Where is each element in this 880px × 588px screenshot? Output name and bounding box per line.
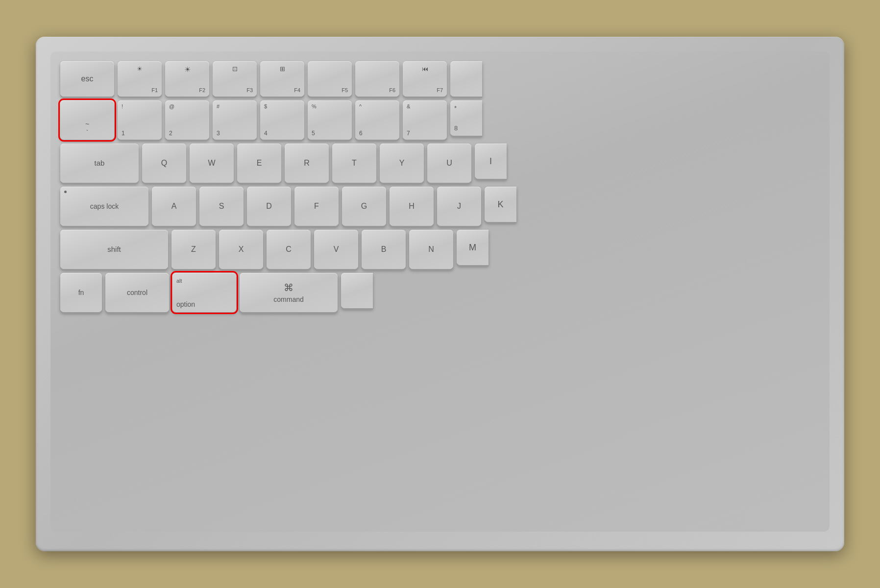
key-f6[interactable]: F6 [355,61,399,97]
key-f4[interactable]: ⊞ F4 [260,61,304,97]
key-d[interactable]: D [247,187,291,226]
key-b[interactable]: B [362,230,406,269]
key-f2[interactable]: ☀ F2 [165,61,209,97]
key-f1[interactable]: ☀ F1 [118,61,162,97]
key-q[interactable]: Q [142,144,186,183]
key-spacebar-partial[interactable] [341,273,373,308]
keyboard-container: esc ☀ F1 ☀ F2 ⊡ F3 ⊞ F4 F5 F6 [36,37,844,551]
key-k-partial[interactable]: K [485,187,516,222]
key-5[interactable]: % 5 [308,100,352,140]
key-n[interactable]: N [409,230,453,269]
key-z[interactable]: Z [171,230,216,269]
key-e[interactable]: E [237,144,281,183]
key-y[interactable]: Y [380,144,424,183]
key-s[interactable]: S [199,187,244,226]
shift-row: shift Z X C V B N M [60,230,820,269]
key-u[interactable]: U [427,144,471,183]
key-c[interactable]: C [267,230,311,269]
key-i-partial[interactable]: I [475,144,507,179]
key-6[interactable]: ^ 6 [355,100,399,140]
key-m-partial[interactable]: M [457,230,489,265]
bottom-row: fn control alt option ⌘ command [60,273,820,312]
number-row: ~ ` ! 1 @ 2 # 3 $ 4 % 5 [60,100,820,140]
key-j[interactable]: J [437,187,481,226]
key-fn[interactable]: fn [60,273,102,312]
key-2[interactable]: @ 2 [165,100,209,140]
qwerty-row: tab Q W E R T Y U I [60,144,820,183]
key-tilde[interactable]: ~ ` [60,100,114,140]
key-r[interactable]: R [285,144,329,183]
key-f7[interactable]: ⏮ F7 [403,61,447,97]
key-esc[interactable]: esc [60,61,114,97]
key-f3[interactable]: ⊡ F3 [213,61,257,97]
keyboard-surface: esc ☀ F1 ☀ F2 ⊡ F3 ⊞ F4 F5 F6 [50,51,830,532]
key-f8-partial[interactable] [450,61,482,97]
key-t[interactable]: T [332,144,376,183]
key-tab[interactable]: tab [60,144,139,183]
key-f5[interactable]: F5 [308,61,352,97]
fn-row: esc ☀ F1 ☀ F2 ⊡ F3 ⊞ F4 F5 F6 [60,61,820,97]
key-command[interactable]: ⌘ command [240,273,338,312]
key-alt-option[interactable]: alt option [172,273,236,312]
key-control[interactable]: control [105,273,169,312]
key-g[interactable]: G [342,187,386,226]
key-h[interactable]: H [390,187,434,226]
key-w[interactable]: W [190,144,234,183]
key-x[interactable]: X [219,230,263,269]
key-v[interactable]: V [314,230,358,269]
key-1[interactable]: ! 1 [118,100,162,140]
key-a[interactable]: A [152,187,196,226]
home-row: caps lock A S D F G H J [60,187,820,226]
key-f[interactable]: F [294,187,339,226]
key-3[interactable]: # 3 [213,100,257,140]
key-4[interactable]: $ 4 [260,100,304,140]
key-8-partial[interactable]: * 8 [450,100,482,136]
key-shift[interactable]: shift [60,230,168,269]
key-7[interactable]: & 7 [403,100,447,140]
key-caps-lock[interactable]: caps lock [60,187,148,226]
